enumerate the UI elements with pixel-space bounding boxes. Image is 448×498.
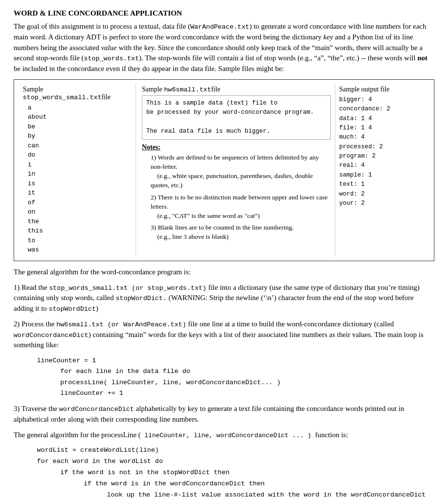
output-line: sample: 1: [339, 171, 425, 180]
stop-word-item: be: [28, 122, 132, 132]
output-line: much: 4: [339, 133, 425, 142]
processline-algo-line: for each word in the wordList do: [37, 456, 434, 467]
algo-block: lineCounter = 1for each line in the data…: [37, 356, 434, 399]
processline-header: The general algorithm for the processLin…: [14, 430, 434, 441]
sample-col1: Sample stop_words_small.txtfile aaboutbe…: [19, 84, 136, 257]
stop-word-item: a: [28, 103, 132, 113]
step2-paragraph: 2) Process the hw6small.txt (or WarAndPe…: [14, 319, 434, 351]
note-num: 1): [151, 154, 157, 161]
output-line: concordance: 2: [339, 105, 425, 114]
stop-word-item: on: [28, 207, 132, 217]
stop-word-item: was: [28, 245, 132, 255]
algo-line: for each line in the data file do: [60, 366, 434, 377]
sample-col3: Sample output file bigger: 4concordance:…: [335, 84, 429, 257]
processline-algo-line: wordList = createWordList(line): [37, 445, 434, 456]
hw6small-code: hw6small.txt: [164, 86, 211, 93]
notes-title: Notes:: [142, 143, 331, 151]
note-item: 1) Words are defined to be sequences of …: [142, 153, 331, 190]
note-num: 2): [151, 194, 157, 201]
stop-word-item: in: [28, 169, 132, 179]
intro-paragraph: The goal of this assignment is to proces…: [14, 21, 434, 74]
step1-paragraph: 1) Read the stop_words_small.txt (or sto…: [14, 283, 434, 314]
stop-word-item: to: [28, 236, 132, 246]
page-title: WORD & LINE CONCORDANCE APPLICATION: [14, 9, 434, 18]
output-line: bigger: 4: [339, 95, 425, 105]
stop-words-list: aaboutbebycandoiinisitofonthethistowas: [23, 103, 132, 255]
sample-col1-title: Sample stop_words_small.txtfile: [23, 86, 132, 101]
algo-line: processLine( lineCounter, line, wordConc…: [60, 377, 434, 388]
stop-word-item: about: [28, 112, 132, 122]
step2-code2: (or WarAndPeace.txt): [103, 321, 186, 328]
note-item: 2) There is to be no distinction made be…: [142, 193, 331, 221]
sample-col2: Sample hw6small.txtfile This is a sample…: [136, 84, 335, 257]
stop-word-item: of: [28, 198, 132, 208]
stop-word-item: by: [28, 131, 132, 141]
stop-word-item: can: [28, 141, 132, 151]
algo-intro: The general algorithm for the word-conco…: [14, 267, 434, 278]
sample-col3-title: Sample output file: [339, 86, 425, 93]
notes-list: 1) Words are defined to be sequences of …: [142, 153, 331, 242]
stop-word-item: this: [28, 226, 132, 236]
stop-word-item: i: [28, 160, 132, 170]
output-line: file: 1 4: [339, 124, 425, 133]
processline-algo-line: look up the line-#-list value associated…: [107, 490, 434, 498]
stop-word-item: is: [28, 179, 132, 189]
step1-code1: stop_words_small.txt: [49, 285, 128, 292]
note-item: 3) Blank lines are to be counted in the …: [142, 223, 331, 242]
stop-words-small-code: stop_words_small.txt: [23, 94, 102, 101]
data-file-content: This is a sample data (text) file tobe p…: [142, 95, 331, 140]
data-file-line: This is a sample data (text) file to: [146, 99, 327, 108]
output-line: your: 2: [339, 199, 425, 208]
step3-paragraph: 3) Traverse the wordConcordanceDict alph…: [14, 404, 434, 425]
output-line: real: 4: [339, 161, 425, 170]
algo-line: lineCounter += 1: [60, 388, 434, 399]
output-line: processed: 2: [339, 142, 425, 152]
output-line: data: 1 4: [339, 114, 425, 124]
step1-code4: stopWordDict: [49, 305, 96, 313]
output-list: bigger: 4concordance: 2data: 1 4file: 1 …: [339, 95, 425, 209]
output-line: program: 2: [339, 152, 425, 161]
processline-algo-line: if the word is not in the stopWordDict t…: [60, 467, 434, 479]
stop-words-code: stop_words.txt: [84, 55, 139, 62]
data-file-line: [146, 118, 327, 127]
output-line: text: 1: [339, 180, 425, 189]
data-file-line: be processed by your word-concordance pr…: [146, 108, 327, 117]
stop-word-item: the: [28, 217, 132, 227]
step1-code3: stopWordDict.: [116, 295, 167, 302]
step2-code3: wordConcordanceDict: [14, 332, 88, 339]
stop-word-item: do: [28, 150, 132, 160]
war-peace-code: WarAndPeace.txt: [190, 23, 250, 31]
processline-algo-block: wordList = createWordList(line)for each …: [14, 445, 434, 498]
algo-line: lineCounter = 1: [37, 356, 434, 366]
note-num: 3): [151, 224, 158, 231]
data-file-line: The real data file is much bigger.: [146, 127, 327, 136]
notes-section: Notes: 1) Words are defined to be sequen…: [142, 143, 331, 242]
sample-col2-title: Sample hw6small.txtfile: [142, 86, 331, 93]
step2-code1: hw6small.txt: [56, 321, 103, 328]
stop-word-item: it: [28, 188, 132, 198]
sample-box: Sample stop_words_small.txtfile aaboutbe…: [14, 79, 434, 261]
processline-algo-line: if the word is in the wordConcordanceDic…: [84, 479, 434, 490]
step3-code: wordConcordanceDict: [59, 406, 134, 413]
step1-code2: (or stop_words.txt): [128, 285, 207, 292]
output-line: word: 2: [339, 190, 425, 199]
